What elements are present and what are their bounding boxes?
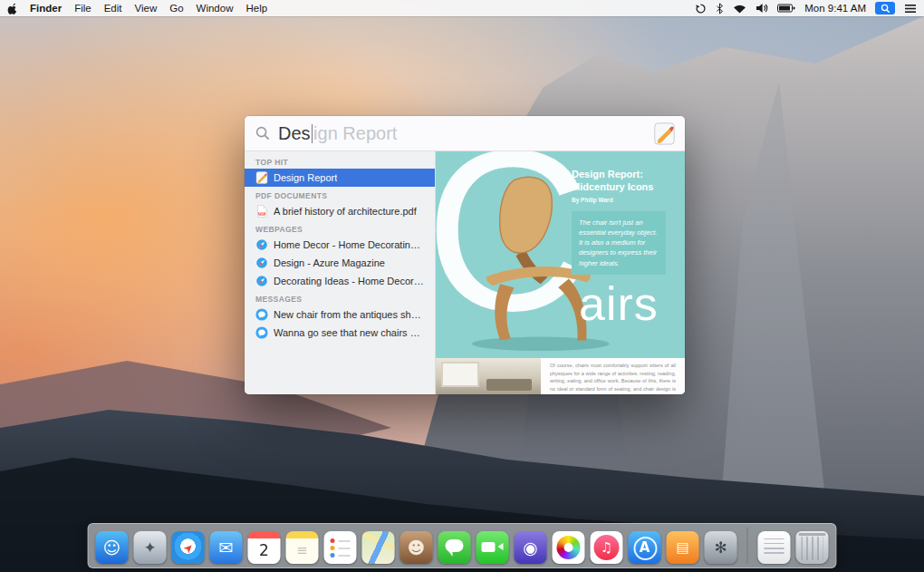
- dock-finder[interactable]: ☺: [96, 531, 129, 564]
- menu-file[interactable]: File: [74, 3, 91, 14]
- dock-divider: [747, 528, 748, 564]
- dock-launchpad[interactable]: ✦: [134, 531, 167, 564]
- wifi-icon[interactable]: [733, 4, 746, 14]
- result-label: Design Report: [274, 172, 337, 183]
- magazine-interior-photo: [436, 358, 541, 394]
- pdf-icon: PDF: [255, 205, 268, 218]
- article-title: Design Report: Midcentury Icons: [572, 168, 666, 194]
- spotlight-results-list: TOP HITDesign ReportPDF DOCUMENTSPDFA br…: [245, 151, 436, 394]
- dock-glyph: A: [640, 541, 650, 555]
- result-row[interactable]: PDFA brief history of architecture.pdf: [245, 202, 435, 220]
- design-report-icon: [255, 171, 268, 184]
- article-body-text: Of course, chairs must comfortably suppo…: [541, 358, 685, 394]
- dock-documents[interactable]: [758, 531, 791, 564]
- dock-notes[interactable]: ≡: [286, 531, 319, 564]
- dock-glyph: ◉: [523, 539, 538, 557]
- safari-icon: [255, 257, 268, 269]
- menu-go[interactable]: Go: [169, 3, 183, 14]
- menu-help[interactable]: Help: [245, 3, 267, 14]
- dock-maps[interactable]: [362, 531, 395, 564]
- dock-safari[interactable]: ➤: [172, 531, 205, 564]
- magazine-lower-band: Of course, chairs must comfortably suppo…: [436, 358, 685, 394]
- spotlight-menu-button[interactable]: [875, 2, 895, 15]
- result-label: Design - Azure Magazine: [274, 257, 385, 268]
- dock-glyph: ☺: [103, 539, 121, 557]
- dock-glyph: 2: [259, 543, 269, 558]
- dock-glyph: ✻: [714, 540, 727, 556]
- dock-glyph: ➤: [180, 540, 196, 556]
- dock-glyph: ▤: [676, 541, 688, 555]
- dock-glyph: ♫: [601, 541, 612, 555]
- dock-glyph: ≡: [296, 544, 308, 557]
- spotlight-search-icon: [881, 4, 890, 14]
- safari-icon: [255, 238, 268, 251]
- menu-edit[interactable]: Edit: [104, 3, 122, 14]
- menu-items: FileEditViewGoWindowHelp: [74, 3, 267, 14]
- menu-bar-status: Mon 9:41 AM: [695, 2, 917, 15]
- dock-reminders[interactable]: [324, 531, 357, 564]
- magazine-spread: C airs Design Report: Midcentury Icons B…: [436, 151, 685, 358]
- apple-menu[interactable]: [7, 2, 17, 15]
- result-label: New chair from the antiques show...: [274, 309, 424, 320]
- spotlight-panel: Des ign Report TOP HITDesign ReportPDF D…: [245, 116, 685, 394]
- result-row[interactable]: Design Report: [245, 169, 435, 187]
- messages-icon: [255, 326, 268, 339]
- dock-glyph: ☻: [408, 539, 426, 557]
- text-caret: [312, 124, 313, 143]
- sync-icon[interactable]: [695, 3, 707, 15]
- article-byline: By Philip Ward: [572, 197, 666, 203]
- results-section-header: MESSAGES: [245, 290, 435, 305]
- spotlight-search-input[interactable]: Des ign Report: [245, 116, 685, 150]
- dock-itunes[interactable]: ♫: [591, 531, 623, 564]
- safari-icon: [255, 275, 268, 287]
- dock-facetime[interactable]: [476, 531, 509, 564]
- spotlight-preview: C airs Design Report: Midcentury Icons B…: [436, 151, 685, 394]
- dock-trash[interactable]: [796, 531, 829, 564]
- apple-logo-icon: [7, 2, 17, 15]
- magazine-text-column: Design Report: Midcentury Icons By Phili…: [572, 168, 666, 275]
- desktop[interactable]: Finder FileEditViewGoWindowHelp Mon 9:41…: [0, 0, 924, 572]
- query-typed-text: Des: [278, 123, 311, 144]
- menu-bar-clock[interactable]: Mon 9:41 AM: [804, 3, 866, 14]
- result-row[interactable]: Wanna go see that new chairs exhibit...: [245, 324, 435, 342]
- result-label: Decorating Ideas - Home Decor Ideas ...: [274, 276, 424, 286]
- dock-photos[interactable]: [553, 531, 585, 564]
- dock-messages[interactable]: [438, 531, 471, 564]
- volume-icon[interactable]: [756, 3, 768, 14]
- messages-icon: [255, 308, 268, 321]
- query-completion-text: ign Report: [313, 123, 397, 144]
- magazine-headline-rest: airs: [579, 276, 659, 331]
- results-section-header: WEBPAGES: [245, 220, 435, 236]
- dock-contacts[interactable]: ☻: [400, 531, 433, 564]
- dock-photo-booth[interactable]: ◉: [515, 531, 547, 564]
- result-row[interactable]: Home Decor - Home Decorating Ideas...: [245, 236, 435, 254]
- svg-text:PDF: PDF: [259, 212, 265, 216]
- battery-icon[interactable]: [777, 4, 795, 13]
- spotlight-body: TOP HITDesign ReportPDF DOCUMENTSPDFA br…: [245, 150, 685, 394]
- dock-calendar[interactable]: 2: [248, 531, 281, 564]
- dock-ibooks[interactable]: ▤: [667, 531, 699, 564]
- notification-center-icon[interactable]: [904, 4, 917, 14]
- result-row[interactable]: Design - Azure Magazine: [245, 254, 435, 272]
- dock: ☺✦➤✉2≡☻◉♫A▤✻: [88, 523, 837, 568]
- dock-app-store[interactable]: A: [629, 531, 661, 564]
- menu-bar: Finder FileEditViewGoWindowHelp Mon 9:41…: [0, 0, 924, 16]
- search-icon: [255, 126, 270, 141]
- result-row[interactable]: New chair from the antiques show...: [245, 305, 435, 324]
- menu-window[interactable]: Window: [197, 3, 234, 14]
- result-label: A brief history of architecture.pdf: [274, 206, 417, 217]
- result-label: Wanna go see that new chairs exhibit...: [274, 327, 424, 338]
- top-hit-document-icon: [653, 122, 676, 145]
- dock-mail[interactable]: ✉: [210, 531, 243, 564]
- article-pull-quote: The chair isn't just an essential everyd…: [572, 211, 666, 275]
- dock-glyph: ✦: [143, 540, 156, 556]
- menu-view[interactable]: View: [135, 3, 158, 14]
- dock-glyph: ✉: [219, 539, 234, 557]
- dock-system-preferences[interactable]: ✻: [705, 531, 737, 564]
- result-label: Home Decor - Home Decorating Ideas...: [274, 239, 424, 250]
- results-section-header: PDF DOCUMENTS: [245, 187, 435, 202]
- result-row[interactable]: Decorating Ideas - Home Decor Ideas ...: [245, 272, 435, 290]
- results-section-header: TOP HIT: [245, 153, 435, 169]
- bluetooth-icon[interactable]: [716, 3, 724, 15]
- active-app-name[interactable]: Finder: [30, 3, 62, 14]
